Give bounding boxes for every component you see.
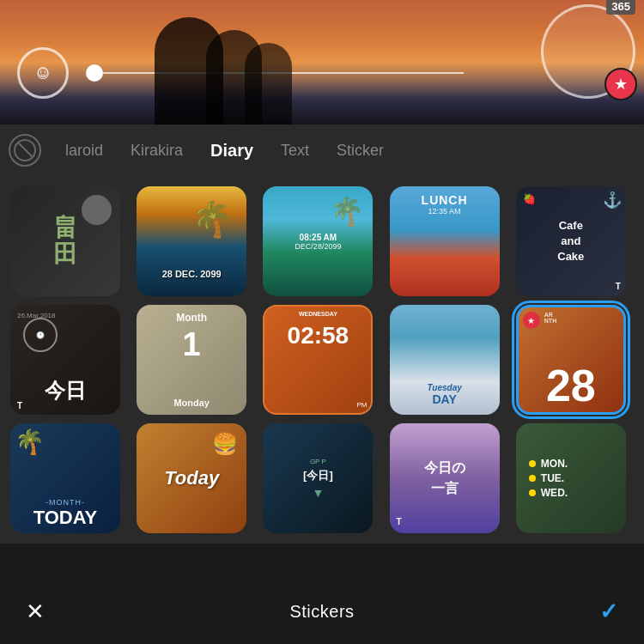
sticker-3[interactable]: 08:25 AM DEC/28/2099 🌴 xyxy=(263,186,373,296)
filter-bar: laroid Kirakira Diary Text Sticker xyxy=(0,125,644,176)
filter-polaroid[interactable]: laroid xyxy=(52,142,117,160)
confirm-button[interactable]: ✓ xyxy=(599,598,618,625)
sticker-5[interactable]: CafeandCake 🍓 T ⚓ xyxy=(516,186,626,296)
filter-diary[interactable]: Diary xyxy=(197,141,267,161)
filter-kirakira[interactable]: Kirakira xyxy=(117,142,197,160)
sticker-6[interactable]: 26.Mar.2018 今日 T 🕐 xyxy=(10,305,120,415)
sticker-4[interactable]: LUNCH 12:35 AM xyxy=(390,186,500,296)
silhouette-3 xyxy=(245,43,292,125)
sticker-1[interactable]: 畠田 xyxy=(10,186,120,296)
sticker-7[interactable]: Month 1 Monday xyxy=(137,305,246,415)
sticker-12[interactable]: Today 🍔 xyxy=(137,423,246,533)
sticker-9[interactable]: Tuesday DAY xyxy=(390,305,500,415)
sticker-11[interactable]: -MONTH- TODAY 🌴 xyxy=(10,423,120,533)
close-button[interactable]: ✕ xyxy=(26,598,45,625)
sticker-2[interactable]: 28 DEC. 2099 🌴 xyxy=(137,186,246,296)
sticker-15[interactable]: MON. TUE. WED. xyxy=(516,423,626,533)
sticker-14[interactable]: 今日の一言 T xyxy=(390,423,500,533)
sticker-grid: 畠田 28 DEC. 2099 🌴 08:25 AM DEC/28/2099 🌴… xyxy=(0,176,644,544)
star-badge: ★ xyxy=(605,68,637,100)
bottom-title: Stickers xyxy=(289,602,354,622)
photo-area: ☺ ★ 365 xyxy=(0,0,644,125)
filter-sticker[interactable]: Sticker xyxy=(323,142,398,160)
right-circle: ★ xyxy=(541,4,635,99)
bottom-bar: ✕ Stickers ✓ xyxy=(0,580,644,644)
sticker-10[interactable]: ★ ARNTH 28 xyxy=(516,305,626,415)
dot-overlay xyxy=(86,64,103,82)
badge-365: 365 xyxy=(606,0,635,15)
filter-text[interactable]: Text xyxy=(267,142,323,160)
no-filter-button[interactable] xyxy=(9,134,41,167)
sticker-8[interactable]: WEDNESDAY 02:58 PM xyxy=(263,305,373,415)
sticker-13[interactable]: GP P [今日] ▼ xyxy=(263,423,373,533)
face-overlay: ☺ xyxy=(17,47,69,99)
